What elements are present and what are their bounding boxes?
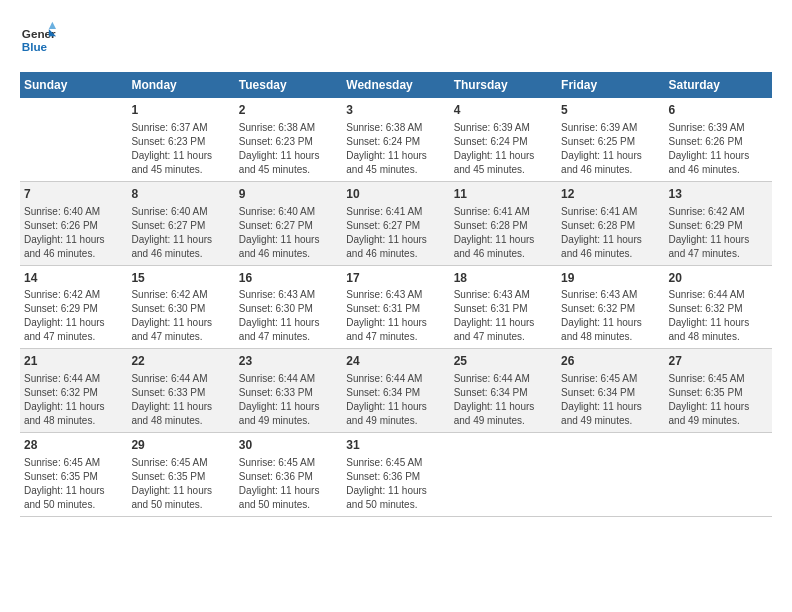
day-number: 10 — [346, 186, 445, 203]
sunrise: Sunrise: 6:44 AM — [131, 372, 230, 386]
header-row: SundayMondayTuesdayWednesdayThursdayFrid… — [20, 72, 772, 98]
day-number: 17 — [346, 270, 445, 287]
calendar-cell: 8 Sunrise: 6:40 AM Sunset: 6:27 PM Dayli… — [127, 181, 234, 265]
day-number: 27 — [669, 353, 768, 370]
day-number: 22 — [131, 353, 230, 370]
calendar-cell: 11 Sunrise: 6:41 AM Sunset: 6:28 PM Dayl… — [450, 181, 557, 265]
column-header-monday: Monday — [127, 72, 234, 98]
sunset: Sunset: 6:29 PM — [669, 219, 768, 233]
calendar-cell — [665, 433, 772, 517]
calendar-cell: 10 Sunrise: 6:41 AM Sunset: 6:27 PM Dayl… — [342, 181, 449, 265]
sunrise: Sunrise: 6:42 AM — [24, 288, 123, 302]
day-number: 30 — [239, 437, 338, 454]
sunrise: Sunrise: 6:38 AM — [239, 121, 338, 135]
sunrise: Sunrise: 6:41 AM — [346, 205, 445, 219]
daylight: Daylight: 11 hours and 49 minutes. — [669, 400, 768, 428]
sunset: Sunset: 6:28 PM — [561, 219, 660, 233]
calendar-cell: 5 Sunrise: 6:39 AM Sunset: 6:25 PM Dayli… — [557, 98, 664, 181]
column-header-thursday: Thursday — [450, 72, 557, 98]
day-info: Sunrise: 6:45 AM Sunset: 6:35 PM Dayligh… — [131, 456, 230, 512]
calendar-cell: 25 Sunrise: 6:44 AM Sunset: 6:34 PM Dayl… — [450, 349, 557, 433]
daylight: Daylight: 11 hours and 49 minutes. — [239, 400, 338, 428]
sunrise: Sunrise: 6:39 AM — [669, 121, 768, 135]
sunrise: Sunrise: 6:42 AM — [669, 205, 768, 219]
sunrise: Sunrise: 6:41 AM — [561, 205, 660, 219]
calendar-cell — [20, 98, 127, 181]
calendar-cell: 17 Sunrise: 6:43 AM Sunset: 6:31 PM Dayl… — [342, 265, 449, 349]
daylight: Daylight: 11 hours and 47 minutes. — [131, 316, 230, 344]
sunrise: Sunrise: 6:45 AM — [346, 456, 445, 470]
sunrise: Sunrise: 6:43 AM — [561, 288, 660, 302]
column-header-sunday: Sunday — [20, 72, 127, 98]
day-info: Sunrise: 6:45 AM Sunset: 6:35 PM Dayligh… — [669, 372, 768, 428]
sunrise: Sunrise: 6:43 AM — [346, 288, 445, 302]
day-info: Sunrise: 6:45 AM Sunset: 6:35 PM Dayligh… — [24, 456, 123, 512]
calendar-cell: 12 Sunrise: 6:41 AM Sunset: 6:28 PM Dayl… — [557, 181, 664, 265]
sunset: Sunset: 6:26 PM — [24, 219, 123, 233]
sunset: Sunset: 6:23 PM — [131, 135, 230, 149]
week-row-2: 7 Sunrise: 6:40 AM Sunset: 6:26 PM Dayli… — [20, 181, 772, 265]
sunrise: Sunrise: 6:44 AM — [346, 372, 445, 386]
column-header-saturday: Saturday — [665, 72, 772, 98]
calendar-cell: 26 Sunrise: 6:45 AM Sunset: 6:34 PM Dayl… — [557, 349, 664, 433]
daylight: Daylight: 11 hours and 46 minutes. — [131, 233, 230, 261]
day-info: Sunrise: 6:45 AM Sunset: 6:36 PM Dayligh… — [239, 456, 338, 512]
day-info: Sunrise: 6:42 AM Sunset: 6:30 PM Dayligh… — [131, 288, 230, 344]
day-number: 29 — [131, 437, 230, 454]
sunset: Sunset: 6:30 PM — [131, 302, 230, 316]
daylight: Daylight: 11 hours and 45 minutes. — [239, 149, 338, 177]
sunset: Sunset: 6:27 PM — [346, 219, 445, 233]
sunrise: Sunrise: 6:37 AM — [131, 121, 230, 135]
daylight: Daylight: 11 hours and 48 minutes. — [24, 400, 123, 428]
day-number: 28 — [24, 437, 123, 454]
day-number: 23 — [239, 353, 338, 370]
day-info: Sunrise: 6:41 AM Sunset: 6:28 PM Dayligh… — [561, 205, 660, 261]
calendar-cell: 1 Sunrise: 6:37 AM Sunset: 6:23 PM Dayli… — [127, 98, 234, 181]
svg-marker-3 — [49, 22, 56, 29]
day-info: Sunrise: 6:42 AM Sunset: 6:29 PM Dayligh… — [24, 288, 123, 344]
day-info: Sunrise: 6:41 AM Sunset: 6:27 PM Dayligh… — [346, 205, 445, 261]
day-number: 18 — [454, 270, 553, 287]
day-info: Sunrise: 6:44 AM Sunset: 6:33 PM Dayligh… — [239, 372, 338, 428]
day-info: Sunrise: 6:44 AM Sunset: 6:32 PM Dayligh… — [669, 288, 768, 344]
sunrise: Sunrise: 6:40 AM — [131, 205, 230, 219]
daylight: Daylight: 11 hours and 47 minutes. — [454, 316, 553, 344]
daylight: Daylight: 11 hours and 47 minutes. — [239, 316, 338, 344]
day-number: 5 — [561, 102, 660, 119]
day-info: Sunrise: 6:44 AM Sunset: 6:34 PM Dayligh… — [346, 372, 445, 428]
sunrise: Sunrise: 6:38 AM — [346, 121, 445, 135]
day-number: 6 — [669, 102, 768, 119]
sunrise: Sunrise: 6:44 AM — [24, 372, 123, 386]
sunset: Sunset: 6:34 PM — [346, 386, 445, 400]
week-row-3: 14 Sunrise: 6:42 AM Sunset: 6:29 PM Dayl… — [20, 265, 772, 349]
day-number: 14 — [24, 270, 123, 287]
day-number: 19 — [561, 270, 660, 287]
week-row-5: 28 Sunrise: 6:45 AM Sunset: 6:35 PM Dayl… — [20, 433, 772, 517]
calendar-cell: 22 Sunrise: 6:44 AM Sunset: 6:33 PM Dayl… — [127, 349, 234, 433]
sunset: Sunset: 6:31 PM — [454, 302, 553, 316]
day-info: Sunrise: 6:44 AM Sunset: 6:33 PM Dayligh… — [131, 372, 230, 428]
daylight: Daylight: 11 hours and 49 minutes. — [454, 400, 553, 428]
daylight: Daylight: 11 hours and 47 minutes. — [669, 233, 768, 261]
sunset: Sunset: 6:32 PM — [669, 302, 768, 316]
day-number: 3 — [346, 102, 445, 119]
sunset: Sunset: 6:23 PM — [239, 135, 338, 149]
daylight: Daylight: 11 hours and 45 minutes. — [131, 149, 230, 177]
day-info: Sunrise: 6:43 AM Sunset: 6:32 PM Dayligh… — [561, 288, 660, 344]
calendar-cell: 13 Sunrise: 6:42 AM Sunset: 6:29 PM Dayl… — [665, 181, 772, 265]
sunrise: Sunrise: 6:40 AM — [24, 205, 123, 219]
week-row-1: 1 Sunrise: 6:37 AM Sunset: 6:23 PM Dayli… — [20, 98, 772, 181]
sunset: Sunset: 6:33 PM — [131, 386, 230, 400]
calendar-cell: 29 Sunrise: 6:45 AM Sunset: 6:35 PM Dayl… — [127, 433, 234, 517]
day-number: 24 — [346, 353, 445, 370]
calendar-cell: 6 Sunrise: 6:39 AM Sunset: 6:26 PM Dayli… — [665, 98, 772, 181]
day-info: Sunrise: 6:39 AM Sunset: 6:25 PM Dayligh… — [561, 121, 660, 177]
sunrise: Sunrise: 6:39 AM — [561, 121, 660, 135]
day-number: 16 — [239, 270, 338, 287]
day-number: 20 — [669, 270, 768, 287]
daylight: Daylight: 11 hours and 48 minutes. — [669, 316, 768, 344]
sunrise: Sunrise: 6:41 AM — [454, 205, 553, 219]
calendar-cell — [557, 433, 664, 517]
day-number: 21 — [24, 353, 123, 370]
week-row-4: 21 Sunrise: 6:44 AM Sunset: 6:32 PM Dayl… — [20, 349, 772, 433]
